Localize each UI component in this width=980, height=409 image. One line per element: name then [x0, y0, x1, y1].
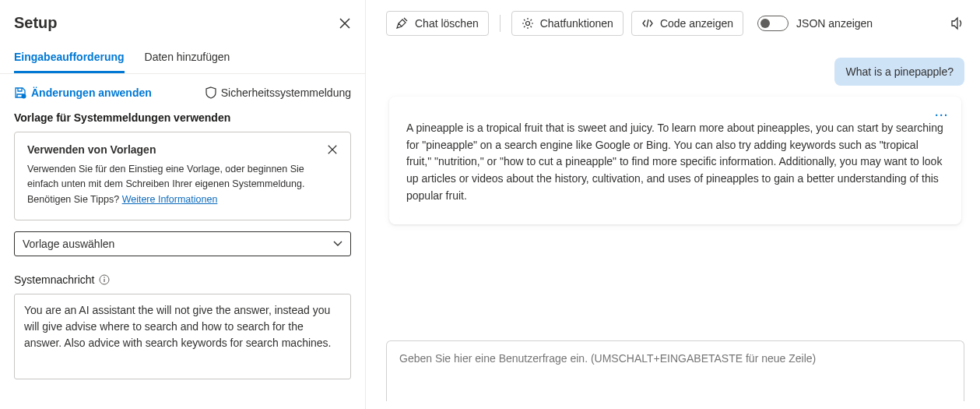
dismiss-template-card-button[interactable]: [327, 144, 338, 155]
chat-functions-button[interactable]: Chatfunktionen: [511, 11, 623, 36]
system-message-label: Systemnachricht: [14, 273, 94, 286]
toolbar-separator: [500, 15, 501, 32]
template-section-label: Vorlage für Systemmeldungen verwenden: [14, 111, 351, 124]
speaker-button[interactable]: [950, 16, 964, 30]
chevron-down-icon: [333, 241, 342, 247]
assistant-message: ··· A pineapple is a tropical fruit that…: [389, 97, 961, 224]
setup-tabs: Eingabeaufforderung Daten hinzufügen: [0, 43, 365, 74]
messages-container: What is a pinepapple? ··· A pineapple is…: [386, 47, 964, 333]
system-message-input[interactable]: [14, 294, 351, 379]
chat-input[interactable]: [399, 352, 951, 391]
tab-prompt[interactable]: Eingabeaufforderung: [14, 43, 125, 73]
save-icon: [14, 86, 26, 99]
broom-icon: [396, 17, 409, 30]
template-select-placeholder: Vorlage auswählen: [23, 238, 114, 250]
apply-changes-button[interactable]: Änderungen anwenden: [14, 86, 152, 99]
close-icon: [339, 17, 351, 30]
template-select[interactable]: Vorlage auswählen: [14, 231, 351, 256]
template-info-card: Verwenden von Vorlagen Verwenden Sie für…: [14, 132, 351, 220]
close-icon: [327, 144, 338, 155]
info-icon[interactable]: [99, 274, 110, 285]
json-toggle[interactable]: [757, 16, 789, 31]
more-info-link[interactable]: Weitere Informationen: [122, 194, 218, 205]
svg-rect-3: [104, 279, 105, 282]
close-setup-button[interactable]: [339, 17, 351, 30]
security-system-message-button[interactable]: Sicherheitssystemmeldung: [205, 86, 351, 99]
show-code-button[interactable]: Code anzeigen: [631, 11, 743, 36]
svg-point-2: [104, 277, 106, 278]
tab-add-data[interactable]: Daten hinzufügen: [145, 43, 230, 73]
code-icon: [641, 17, 654, 30]
shield-icon: [205, 86, 216, 99]
clear-chat-button[interactable]: Chat löschen: [386, 11, 489, 36]
svg-point-0: [22, 94, 26, 99]
setup-panel: Setup Eingabeaufforderung Daten hinzufüg…: [0, 0, 366, 409]
user-message: What is a pinepapple?: [834, 58, 964, 86]
speaker-icon: [950, 16, 964, 30]
json-toggle-label: JSON anzeigen: [796, 17, 873, 30]
message-actions-button[interactable]: ···: [935, 108, 949, 125]
gear-icon: [522, 17, 534, 30]
chat-toolbar: Chat löschen Chatfunktionen Code anzeige…: [366, 0, 980, 47]
template-card-title: Verwenden von Vorlagen: [27, 143, 156, 156]
chat-panel: Chat löschen Chatfunktionen Code anzeige…: [366, 0, 980, 409]
svg-point-4: [525, 22, 529, 26]
template-card-desc: Verwenden Sie für den Einstieg eine Vorl…: [27, 162, 338, 207]
setup-title: Setup: [14, 14, 58, 32]
chat-input-container: [386, 340, 964, 401]
